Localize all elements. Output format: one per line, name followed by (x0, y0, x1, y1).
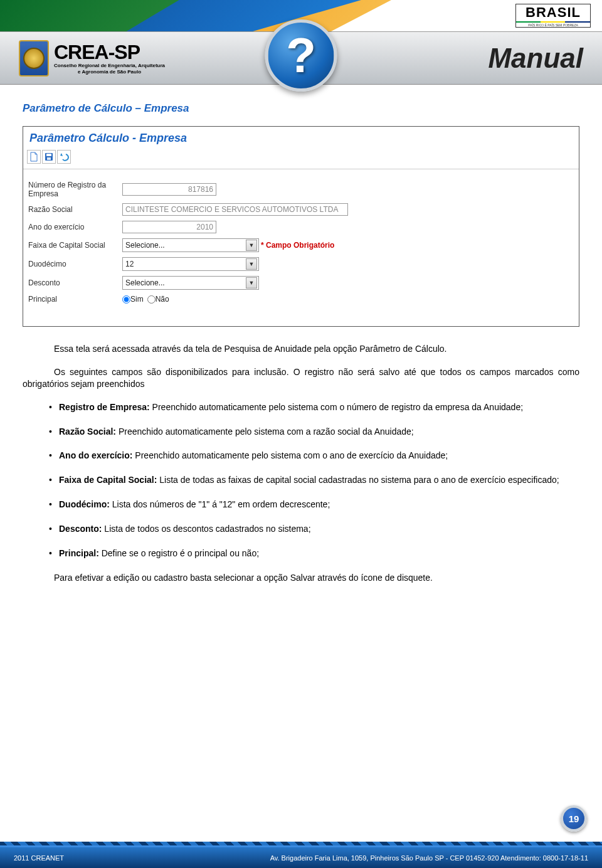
principal-sim-label: Sim (130, 295, 144, 304)
razao-row: Razão Social (28, 203, 574, 216)
undo-icon[interactable] (57, 150, 71, 164)
principal-label: Principal (28, 295, 122, 304)
crea-subtitle-2: e Agronomia de São Paulo (54, 70, 165, 75)
form-screenshot: Parâmetro Cálculo - Empresa Número de Re… (23, 126, 579, 327)
new-document-icon[interactable] (27, 150, 41, 164)
svg-rect-1 (46, 154, 51, 156)
list-item: Principal: Define se o registro é o prin… (49, 548, 579, 559)
question-mark-icon: ? (265, 19, 337, 92)
list-item: Registro de Empresa: Preenchido automati… (49, 401, 579, 413)
razao-label: Razão Social (28, 205, 122, 214)
list-item: Ano do exercício: Preenchido automaticam… (49, 450, 579, 462)
duodecimo-label: Duodécimo (28, 260, 122, 268)
registro-input[interactable] (122, 183, 216, 196)
intro-para-2: Os seguintes campos são disponibilizados… (23, 366, 579, 390)
duodecimo-row: Duodécimo 12 ▼ (28, 257, 574, 271)
svg-rect-2 (47, 157, 51, 160)
form-title: Parâmetro Cálculo - Empresa (23, 127, 579, 147)
list-item: Desconto: Lista de todos os descontos ca… (49, 523, 579, 535)
crea-badge-icon (19, 40, 49, 77)
header-bar: CREA-SP Conselho Regional de Engenharia,… (0, 31, 602, 85)
desconto-label: Desconto (28, 278, 122, 287)
principal-row: Principal Sim Não (28, 295, 574, 304)
razao-input[interactable] (122, 203, 348, 216)
manual-heading: Manual (488, 43, 583, 74)
closing-para: Para efetivar a edição ou cadastro basta… (23, 572, 579, 584)
principal-nao-label: Não (156, 295, 169, 304)
chevron-down-icon: ▼ (246, 277, 257, 288)
registro-label: Número de Registro da Empresa (28, 181, 122, 198)
brasil-logo: BRASIL PAÍS RICO É PAÍS SEM POBREZA (515, 4, 591, 28)
principal-nao-radio[interactable] (147, 295, 156, 304)
chevron-down-icon: ▼ (246, 258, 257, 270)
desconto-row: Desconto Selecione... ▼ (28, 276, 574, 290)
ano-input[interactable] (122, 221, 216, 233)
ano-label: Ano do exercício (28, 223, 122, 231)
page-footer: 2011 CREANET Av. Brigadeiro Faria Lima, … (0, 845, 602, 868)
faixa-select[interactable]: Selecione... ▼ (122, 238, 259, 252)
chevron-down-icon: ▼ (246, 240, 257, 251)
ano-row: Ano do exercício (28, 221, 574, 233)
registro-row: Número de Registro da Empresa (28, 181, 574, 198)
crea-subtitle-1: Conselho Regional de Engenharia, Arquite… (54, 63, 165, 68)
list-item: Faixa de Capital Social: Lista de todas … (49, 474, 579, 486)
save-icon[interactable] (42, 150, 56, 164)
intro-para-1: Essa tela será acessada através da tela … (23, 343, 579, 355)
footer-right: Av. Brigadeiro Faria Lima, 1059, Pinheir… (270, 854, 588, 862)
field-list: Registro de Empresa: Preenchido automati… (23, 401, 579, 559)
page-number-badge: 19 (561, 805, 587, 832)
brasil-logo-text: BRASIL (525, 4, 581, 21)
list-item: Razão Social: Preenchido automaticamente… (49, 426, 579, 438)
footer-left: 2011 CREANET (14, 854, 64, 862)
desconto-select[interactable]: Selecione... ▼ (122, 276, 259, 290)
faixa-row: Faixa de Capital Social Selecione... ▼ *… (28, 238, 574, 252)
crea-title: CREA-SP (54, 42, 165, 62)
brasil-logo-subtitle: PAÍS RICO É PAÍS SEM POBREZA (528, 23, 578, 27)
principal-sim-radio[interactable] (122, 295, 130, 304)
duodecimo-select[interactable]: 12 ▼ (122, 257, 259, 271)
required-indicator: * Campo Obrigatório (261, 241, 334, 250)
list-item: Duodécimo: Lista dos números de "1" á "1… (49, 499, 579, 511)
crea-logo-block: CREA-SP Conselho Regional de Engenharia,… (19, 40, 165, 77)
body-text: Essa tela será acessada através da tela … (23, 343, 579, 584)
section-title: Parâmetro de Cálculo – Empresa (23, 102, 579, 115)
form-toolbar (23, 147, 579, 169)
faixa-label: Faixa de Capital Social (28, 241, 122, 250)
